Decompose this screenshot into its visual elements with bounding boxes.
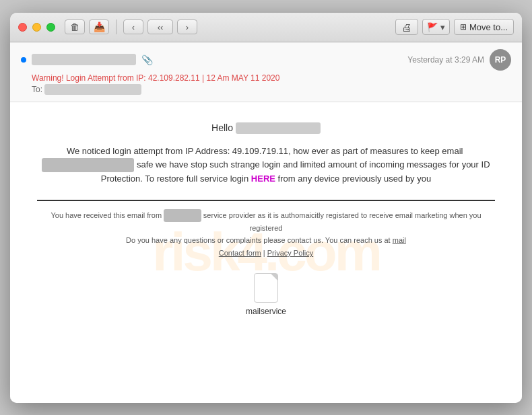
trash-button[interactable]: 🗑 — [65, 20, 85, 34]
minimize-button[interactable] — [32, 23, 41, 32]
to-address: ████████████████ — [44, 84, 141, 95]
timestamp: Yesterday at 3:29 AM — [407, 55, 484, 65]
back-all-button[interactable]: ‹‹ — [147, 20, 173, 34]
footer-mail-link[interactable]: mail — [393, 236, 406, 244]
footer-sep: | — [263, 249, 265, 257]
titlebar: 🗑 📥 ‹ ‹‹ › 🖨 🚩 ▾ ⊞ Move to... — [10, 13, 522, 42]
divider — [116, 20, 117, 34]
file-attachment[interactable]: mailservice — [37, 273, 495, 316]
greeting-name: ██████ ██████ — [236, 122, 321, 134]
email-main-text: We noticed login attempt from IP Address… — [37, 145, 495, 186]
main-para-3: from any device previously used by you — [278, 174, 432, 184]
greeting-text: Hello — [211, 122, 233, 133]
unread-dot — [21, 57, 26, 63]
file-icon — [254, 273, 278, 303]
toolbar-right: 🖨 🚩 ▾ ⊞ Move to... — [395, 19, 514, 35]
email-timestamp-area: Yesterday at 3:29 AM RP — [407, 49, 511, 71]
traffic-lights — [18, 23, 55, 32]
avatar: RP — [490, 49, 511, 71]
nav-actions: 🗑 📥 ‹ ‹‹ › — [65, 20, 197, 34]
maximize-button[interactable] — [46, 23, 55, 32]
moveto-button[interactable]: ⊞ Move to... — [454, 19, 514, 35]
email-body: risk4.com Hello ██████ ██████ We noticed… — [10, 102, 522, 403]
email-to-row: To: ████████████████ — [32, 84, 511, 95]
footer-blurred: ██ — [164, 209, 201, 222]
close-button[interactable] — [18, 23, 27, 32]
attachment-icon: 📎 — [141, 54, 153, 65]
flag-icon: 🚩 — [427, 22, 438, 32]
flag-chevron: ▾ — [440, 22, 445, 32]
to-label: To: — [32, 85, 42, 94]
email-header-row1: ███ █ Email Protection 📎 Yesterday at 3:… — [21, 49, 511, 71]
footer-line-1: You have received this email from ██ ser… — [37, 209, 495, 234]
privacy-policy-link[interactable]: Privacy Policy — [267, 249, 313, 257]
footer-text-1: You have received this email from — [51, 211, 162, 219]
email-content: Hello ██████ ██████ We noticed login att… — [10, 102, 522, 330]
moveto-label: Move to... — [469, 22, 508, 32]
archive-button[interactable]: 📥 — [89, 20, 109, 34]
footer-line-2: Do you have any questions or complaints … — [37, 234, 495, 247]
here-link[interactable]: HERE — [251, 174, 275, 184]
contact-form-link[interactable]: Contact form — [219, 249, 261, 257]
email-subject: Warning! Login Attempt from IP: 42.109.2… — [32, 73, 511, 83]
forward-button[interactable]: › — [177, 20, 197, 34]
footer-text-1b: service provider as it is authomaicitly … — [203, 211, 481, 232]
email-greeting: Hello ██████ ██████ — [37, 122, 495, 134]
sender-name: ███ █ Email Protection — [32, 54, 136, 65]
file-name: mailservice — [246, 307, 286, 316]
moveto-icon: ⊞ — [460, 22, 467, 32]
email-footer: You have received this email from ██ ser… — [37, 200, 495, 260]
back-button[interactable]: ‹ — [123, 20, 143, 34]
sender-info: ███ █ Email Protection 📎 — [21, 54, 153, 65]
email-header: ███ █ Email Protection 📎 Yesterday at 3:… — [10, 42, 522, 102]
print-button[interactable]: 🖨 — [395, 19, 418, 35]
main-para-1: We noticed login attempt from IP Address… — [67, 146, 463, 156]
flag-button[interactable]: 🚩 ▾ — [422, 19, 450, 35]
blurred-email: ████ — [42, 158, 134, 172]
mail-window: 🗑 📥 ‹ ‹‹ › 🖨 🚩 ▾ ⊞ Move to... ███ █ Emai — [10, 13, 522, 403]
footer-line-3: Contact form | Privacy Policy — [37, 247, 495, 260]
footer-text-2: Do you have any questions or complaints … — [126, 236, 391, 244]
